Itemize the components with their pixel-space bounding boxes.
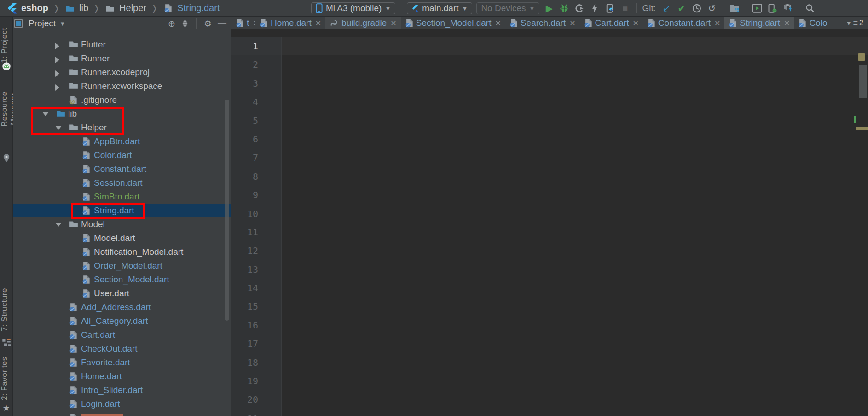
tree-item-SimBtn.dart[interactable]: SimBtn.dart	[13, 190, 231, 204]
code-line-6[interactable]: 6	[231, 130, 868, 148]
error-stripe-mark-warning[interactable]	[856, 127, 868, 130]
chevron-expanded-icon[interactable]	[55, 126, 62, 130]
code-line-7[interactable]: 7	[231, 148, 868, 167]
tree-item-Login.dart[interactable]: Login.dart	[13, 397, 231, 411]
tree-item-.gitignore[interactable]: .gitignore	[13, 93, 231, 107]
running-devices-icon[interactable]	[752, 3, 763, 14]
stop-button[interactable]: ■	[619, 3, 631, 14]
tree-item-Home.dart[interactable]: Home.dart	[13, 369, 231, 383]
code-line-4[interactable]: 4	[231, 93, 868, 111]
chevron-collapsed-icon[interactable]	[55, 84, 59, 91]
close-icon[interactable]: ✕	[714, 19, 720, 28]
tree-item-Color.dart[interactable]: Color.dart	[13, 148, 231, 162]
code-line-21[interactable]: 21	[231, 409, 868, 416]
tab-Constant.dart[interactable]: Constant.dart✕	[643, 17, 724, 29]
structure-icon[interactable]	[2, 338, 11, 347]
git-commit-icon[interactable]: ✔	[676, 3, 687, 14]
tree-item-Cart.dart[interactable]: Cart.dart	[13, 328, 231, 342]
code-line-11[interactable]: 11	[231, 223, 868, 241]
tree-item-String.dart[interactable]: String.dart	[13, 204, 231, 217]
history-clock-icon[interactable]	[691, 3, 702, 14]
apply-changes-bolt-icon[interactable]	[589, 3, 600, 14]
code-line-16[interactable]: 16	[231, 316, 868, 334]
tree-item-User.dart[interactable]: User.dart	[13, 287, 231, 300]
hide-panel-icon[interactable]: —	[218, 18, 226, 29]
close-icon[interactable]: ✕	[390, 19, 396, 28]
close-icon[interactable]: ✕	[784, 19, 790, 28]
tool-button-structure[interactable]: 7: Structure	[0, 281, 13, 338]
git-update-icon[interactable]: ↙	[661, 3, 672, 14]
tree-item-CheckOut.dart[interactable]: CheckOut.dart	[13, 342, 231, 356]
tree-item-Constant.dart[interactable]: Constant.dart	[13, 162, 231, 176]
code-line-2[interactable]: 2	[231, 55, 868, 74]
chevron-collapsed-icon[interactable]	[55, 43, 59, 49]
inspections-indicator[interactable]	[858, 53, 865, 61]
project-structure-icon[interactable]	[729, 3, 740, 14]
tree-item-Section_Model.dart[interactable]: Section_Model.dart	[13, 273, 231, 287]
tree-item-Favorite.dart[interactable]: Favorite.dart	[13, 356, 231, 369]
code-line-14[interactable]: 14	[231, 279, 868, 297]
tab-build.gradle[interactable]: build.gradle✕	[325, 17, 401, 29]
project-panel-title[interactable]: Project	[29, 18, 56, 29]
editor-scrollbar[interactable]	[859, 65, 867, 98]
breadcrumb-dir1[interactable]: lib	[79, 3, 88, 13]
code-line-1[interactable]: 1	[231, 37, 868, 55]
build-variants-icon[interactable]	[2, 153, 11, 163]
code-line-15[interactable]: 15	[231, 297, 868, 316]
tool-button-favorites[interactable]: 2: Favorites	[0, 354, 13, 404]
search-everywhere-icon[interactable]	[804, 3, 816, 14]
chevron-collapsed-icon[interactable]	[55, 70, 59, 77]
tree-item-Helper[interactable]: Helper	[13, 121, 231, 135]
code-line-5[interactable]: 5	[231, 111, 868, 130]
tree-item-Intro_Slider.dart[interactable]: Intro_Slider.dart	[13, 383, 231, 397]
hidden-tabs-dropdown[interactable]: ▼ ≡ 2	[843, 17, 866, 29]
settings-gear-icon[interactable]: ⚙	[204, 18, 212, 29]
error-stripe-mark-green[interactable]	[854, 116, 856, 123]
breadcrumb-file[interactable]: String.dart	[177, 3, 220, 13]
device-selector-dropdown[interactable]: Mi A3 (mobile) ▼	[311, 2, 395, 14]
tab-Section_Model.dart[interactable]: Section_Model.dart✕	[401, 17, 505, 29]
chevron-collapsed-icon[interactable]	[55, 57, 59, 63]
attach-debugger-button[interactable]	[604, 3, 615, 14]
code-line-9[interactable]: 9	[231, 186, 868, 204]
chevron-expanded-icon[interactable]	[55, 223, 62, 227]
code-editor[interactable]: 123456789101112131415161718192021	[231, 29, 868, 416]
close-icon[interactable]: ✕	[632, 19, 638, 28]
tab-Cart.dart[interactable]: Cart.dart✕	[580, 17, 643, 29]
tree-item-Session.dart[interactable]: Session.dart	[13, 176, 231, 190]
chevron-down-icon[interactable]: ▼	[59, 20, 65, 27]
code-line-3[interactable]: 3	[231, 74, 868, 93]
code-line-19[interactable]: 19	[231, 372, 868, 390]
target-devices-dropdown[interactable]: No Devices ▼	[476, 2, 539, 14]
tree-item-Runner[interactable]: Runner	[13, 52, 231, 65]
tree-item-partial[interactable]	[13, 411, 231, 416]
code-line-10[interactable]: 10	[231, 205, 868, 223]
tree-item-Model[interactable]: Model	[13, 217, 231, 231]
close-icon[interactable]: ✕	[315, 19, 321, 28]
close-icon[interactable]: ✕	[495, 19, 501, 28]
code-line-18[interactable]: 18	[231, 353, 868, 372]
tree-item-AppBtn.dart[interactable]: AppBtn.dart	[13, 135, 231, 148]
code-line-20[interactable]: 20	[231, 390, 868, 409]
tab-Colo[interactable]: Colo	[794, 17, 831, 29]
sdk-manager-icon[interactable]	[782, 3, 793, 14]
profiler-button[interactable]	[574, 3, 585, 14]
tool-button-resource-manager[interactable]: Resource Manager	[0, 76, 13, 142]
tab-Home.dart[interactable]: Home.dart✕	[255, 17, 325, 29]
favorites-star-icon[interactable]: ★	[2, 403, 10, 413]
tab-Search.dart[interactable]: Search.dart✕	[505, 17, 580, 29]
tree-item-Order_Model.dart[interactable]: Order_Model.dart	[13, 259, 231, 273]
tree-item-Add_Address.dart[interactable]: Add_Address.dart	[13, 300, 231, 314]
code-line-8[interactable]: 8	[231, 167, 868, 186]
android-studio-icon[interactable]	[2, 62, 11, 71]
tree-item-Model.dart[interactable]: Model.dart	[13, 231, 231, 245]
project-tree-scrollbar[interactable]	[225, 100, 229, 321]
tool-button-project[interactable]: 1: Project	[0, 28, 13, 64]
tree-item-Runner.xcworkspace[interactable]: Runner.xcworkspace	[13, 79, 231, 93]
code-line-17[interactable]: 17	[231, 334, 868, 353]
chevron-expanded-icon[interactable]	[42, 112, 49, 116]
tree-item-lib[interactable]: lib	[13, 107, 231, 121]
locate-file-icon[interactable]: ⊕	[168, 18, 175, 29]
run-button[interactable]: ▶	[544, 3, 555, 14]
tab-t[interactable]: t✕	[231, 17, 255, 29]
